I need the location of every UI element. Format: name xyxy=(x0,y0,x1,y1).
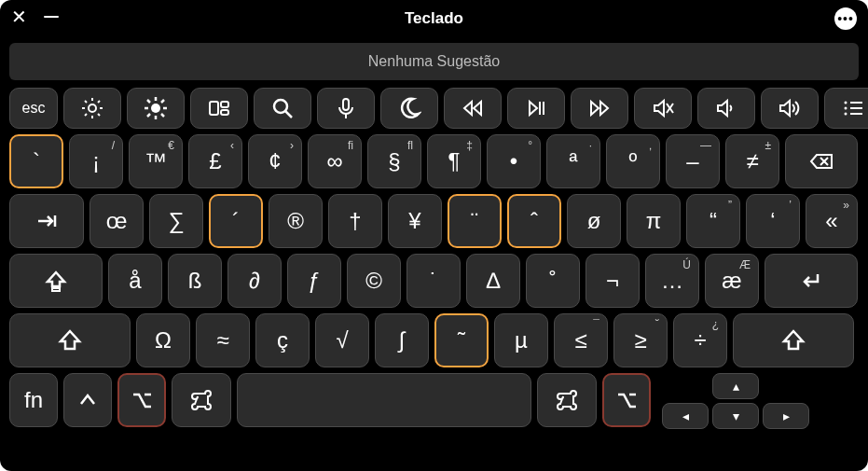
arrow-down[interactable]: ▾ xyxy=(712,403,759,429)
key-label: † xyxy=(349,210,361,232)
key-v[interactable]: √ xyxy=(315,313,369,367)
key-3[interactable]: ‹£ xyxy=(188,134,242,188)
key-label: – xyxy=(686,150,698,173)
key-6[interactable]: ﬂ§ xyxy=(367,134,421,188)
key-w[interactable]: ∑ xyxy=(149,194,203,248)
key-shift-left[interactable] xyxy=(9,313,131,367)
key-volume-up[interactable] xyxy=(761,88,819,129)
key-top-label: ‹ xyxy=(230,139,234,152)
key-space[interactable] xyxy=(237,373,531,427)
key-c[interactable]: ç xyxy=(255,313,310,367)
key-dnd[interactable] xyxy=(380,88,438,129)
key-label: ª xyxy=(570,150,578,173)
key-bracket-open[interactable]: ”“ xyxy=(686,194,740,248)
key-label: ∂ xyxy=(249,270,260,292)
arrow-right[interactable]: ▸ xyxy=(763,403,809,429)
key-t[interactable]: † xyxy=(328,194,382,248)
key-d[interactable]: ∂ xyxy=(227,254,282,308)
key-n[interactable]: ˜ xyxy=(434,313,489,367)
key-cmd-left[interactable] xyxy=(172,373,231,427)
key-backspace[interactable] xyxy=(785,134,858,188)
key-rewind[interactable] xyxy=(444,88,502,129)
key-a[interactable]: å xyxy=(108,254,162,308)
key-backslash[interactable]: »« xyxy=(806,194,858,248)
key-b[interactable]: ∫ xyxy=(375,313,429,367)
key-option-right[interactable] xyxy=(602,373,651,427)
key-r[interactable]: ® xyxy=(269,194,323,248)
ff-icon xyxy=(587,96,612,120)
key-equals[interactable]: ±≠ xyxy=(725,134,779,188)
key-bracket-close[interactable]: ’‘ xyxy=(746,194,800,248)
key-g[interactable]: © xyxy=(347,254,401,308)
key-option-left[interactable] xyxy=(117,373,166,427)
key-fn[interactable]: fn xyxy=(9,373,58,427)
key-semicolon[interactable]: Ú… xyxy=(645,254,699,308)
arrow-up[interactable]: ▴ xyxy=(712,373,759,399)
key-label: ˚ xyxy=(549,270,557,292)
key-0[interactable]: ‚º xyxy=(606,134,660,188)
key-slash[interactable]: ¿÷ xyxy=(673,313,727,367)
key-label: ≈ xyxy=(216,329,228,352)
key-backtick[interactable]: ` xyxy=(9,134,63,188)
key-9[interactable]: ·ª xyxy=(546,134,600,188)
key-i[interactable]: ˆ xyxy=(507,194,561,248)
key-volume-down[interactable] xyxy=(697,88,755,129)
key-8[interactable]: °• xyxy=(487,134,541,188)
key-quote[interactable]: Ææ xyxy=(705,254,759,308)
key-h[interactable]: ˙ xyxy=(406,254,461,308)
more-icon[interactable]: ••• xyxy=(834,7,857,30)
key-top-label: Æ xyxy=(739,258,751,271)
key-esc[interactable]: esc xyxy=(9,88,58,129)
moon-icon xyxy=(397,96,421,120)
key-l[interactable]: ¬ xyxy=(586,254,640,308)
shift-icon xyxy=(781,328,806,353)
key-dictation[interactable] xyxy=(317,88,375,129)
key-label: ¶ xyxy=(448,150,461,173)
key-top-label: » xyxy=(843,199,849,212)
key-label: « xyxy=(825,210,837,232)
key-brightness-up[interactable] xyxy=(127,88,185,129)
key-s[interactable]: ß xyxy=(168,254,222,308)
key-u[interactable]: ¨ xyxy=(448,194,502,248)
key-brightness-down[interactable] xyxy=(63,88,121,129)
key-4[interactable]: ›¢ xyxy=(248,134,302,188)
key-spotlight[interactable] xyxy=(254,88,311,129)
key-q[interactable]: œ xyxy=(90,194,144,248)
key-z[interactable]: Ω xyxy=(136,313,190,367)
key-o[interactable]: ø xyxy=(567,194,621,248)
key-play-pause[interactable] xyxy=(507,88,565,129)
key-ctrl[interactable] xyxy=(63,373,112,427)
key-minus[interactable]: —– xyxy=(666,134,720,188)
key-return[interactable] xyxy=(765,254,858,308)
key-label: ≠ xyxy=(746,150,758,173)
key-7[interactable]: ‡¶ xyxy=(427,134,481,188)
backspace-icon xyxy=(809,149,834,173)
key-2[interactable]: €™ xyxy=(129,134,183,188)
key-1[interactable]: /¡ xyxy=(69,134,123,188)
key-5[interactable]: ﬁ∞ xyxy=(308,134,362,188)
key-x[interactable]: ≈ xyxy=(196,313,250,367)
option-icon xyxy=(614,388,639,412)
close-icon[interactable]: ✕ xyxy=(11,7,27,26)
key-p[interactable]: π xyxy=(627,194,681,248)
key-shift-right[interactable] xyxy=(733,313,854,367)
key-tab[interactable] xyxy=(9,194,84,248)
caps-icon xyxy=(44,269,68,293)
key-list[interactable] xyxy=(824,88,868,129)
key-y[interactable]: ¥ xyxy=(388,194,442,248)
key-cmd-right[interactable] xyxy=(537,373,597,427)
key-label: © xyxy=(365,270,382,292)
key-mute[interactable] xyxy=(634,88,692,129)
arrow-left[interactable]: ◂ xyxy=(662,403,709,429)
key-mission-control[interactable] xyxy=(190,88,248,129)
key-j[interactable]: ∆ xyxy=(466,254,520,308)
key-f[interactable]: ƒ xyxy=(287,254,341,308)
key-comma[interactable]: ¯≤ xyxy=(554,313,608,367)
key-e[interactable]: ´ xyxy=(209,194,263,248)
key-m[interactable]: µ xyxy=(494,313,548,367)
key-fast-forward[interactable] xyxy=(571,88,628,129)
key-k[interactable]: ˚ xyxy=(526,254,580,308)
minimize-icon[interactable] xyxy=(44,16,59,18)
key-period[interactable]: ˘≥ xyxy=(613,313,668,367)
key-caps[interactable] xyxy=(9,254,103,308)
